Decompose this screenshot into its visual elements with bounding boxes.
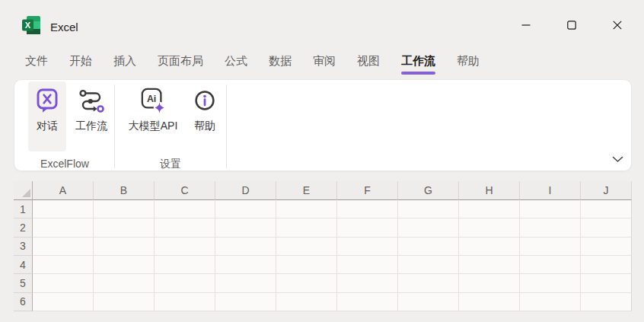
row-header-3[interactable]: 3 [14,238,33,256]
column-header-E[interactable]: E [276,181,337,200]
cell-J1[interactable] [581,200,632,218]
row-header-6[interactable]: 6 [14,293,33,311]
ribbon-button-duihua[interactable]: 对话 [28,81,66,151]
cell-J6[interactable] [581,293,632,311]
cell-D6[interactable] [215,293,276,311]
cell-B5[interactable] [94,274,155,292]
tab-页面布局[interactable]: 页面布局 [158,53,203,75]
maximize-icon [567,21,576,30]
cell-F4[interactable] [337,256,398,274]
cell-I4[interactable] [520,256,581,274]
cell-G5[interactable] [398,274,459,292]
cell-I2[interactable] [520,218,581,237]
cell-B1[interactable] [94,200,155,218]
cell-A3[interactable] [33,238,94,256]
cell-I5[interactable] [520,274,581,292]
tab-工作流[interactable]: 工作流 [401,53,435,75]
column-header-F[interactable]: F [337,181,398,200]
cell-C2[interactable] [155,218,215,237]
maximize-button[interactable] [553,11,590,39]
tab-视图[interactable]: 视图 [357,53,380,75]
ribbon-button-label: 对话 [37,118,58,133]
column-header-H[interactable]: H [459,181,520,200]
ai-sparkle-icon: Ai [140,86,166,115]
row-header-4[interactable]: 4 [14,256,33,274]
cell-A6[interactable] [33,293,94,311]
cell-E4[interactable] [276,256,337,274]
cell-I3[interactable] [520,238,581,256]
cell-J2[interactable] [581,218,632,237]
cell-C4[interactable] [155,256,215,274]
cell-A4[interactable] [33,256,94,274]
column-header-G[interactable]: G [398,181,459,200]
cell-F5[interactable] [337,274,398,292]
cell-J5[interactable] [581,274,632,292]
cell-G3[interactable] [398,238,459,256]
cell-H3[interactable] [459,238,520,256]
ribbon-button-gongzuoliu[interactable]: 工作流 [69,81,113,151]
cell-F2[interactable] [337,218,398,237]
cell-E2[interactable] [276,218,337,237]
cell-E6[interactable] [276,293,337,311]
cell-F6[interactable] [337,293,398,311]
cell-H5[interactable] [459,274,520,292]
cell-B6[interactable] [94,293,155,311]
select-all-corner[interactable] [14,181,33,200]
cell-C5[interactable] [155,274,215,292]
cell-J3[interactable] [581,238,632,256]
tab-审阅[interactable]: 审阅 [313,53,336,75]
ribbon-button-bangzhu[interactable]: 帮助 [187,81,222,151]
cell-B3[interactable] [94,238,155,256]
cell-H1[interactable] [459,200,520,218]
cell-I1[interactable] [520,200,581,218]
column-header-B[interactable]: B [94,181,155,200]
column-header-J[interactable]: J [581,181,632,200]
cell-G2[interactable] [398,218,459,237]
row-header-5[interactable]: 5 [14,274,33,292]
tab-文件[interactable]: 文件 [25,53,48,75]
ribbon-button-damoxing-api[interactable]: Ai 大模型API [120,81,186,151]
cell-D3[interactable] [215,238,276,256]
cell-B4[interactable] [94,256,155,274]
chevron-down-icon [612,156,623,163]
row-header-2[interactable]: 2 [14,218,33,237]
cell-H6[interactable] [459,293,520,311]
column-header-A[interactable]: A [33,181,94,200]
tab-帮助[interactable]: 帮助 [457,53,480,75]
tab-插入[interactable]: 插入 [113,53,136,75]
cell-D4[interactable] [215,256,276,274]
cell-F3[interactable] [337,238,398,256]
cell-C1[interactable] [155,200,215,218]
cell-E1[interactable] [276,200,337,218]
svg-text:X: X [25,21,31,30]
cell-I6[interactable] [520,293,581,311]
cell-A5[interactable] [33,274,94,292]
cell-E3[interactable] [276,238,337,256]
cell-H2[interactable] [459,218,520,237]
cell-J4[interactable] [581,256,632,274]
tab-数据[interactable]: 数据 [269,53,292,75]
column-header-D[interactable]: D [215,181,276,200]
column-header-C[interactable]: C [155,181,215,200]
row-header-1[interactable]: 1 [14,200,33,218]
cell-D2[interactable] [215,218,276,237]
cell-C6[interactable] [155,293,215,311]
ribbon-collapse-button[interactable] [607,150,628,168]
cell-G1[interactable] [398,200,459,218]
column-header-I[interactable]: I [520,181,581,200]
cell-D1[interactable] [215,200,276,218]
cell-D5[interactable] [215,274,276,292]
cell-E5[interactable] [276,274,337,292]
tab-公式[interactable]: 公式 [225,53,247,75]
cell-A1[interactable] [33,200,94,218]
cell-G4[interactable] [398,256,459,274]
cell-H4[interactable] [459,256,520,274]
close-button[interactable] [599,11,636,39]
cell-C3[interactable] [155,238,215,256]
tab-开始[interactable]: 开始 [69,53,92,75]
cell-G6[interactable] [398,293,459,311]
cell-B2[interactable] [94,218,155,237]
cell-F1[interactable] [337,200,398,218]
cell-A2[interactable] [33,218,94,237]
minimize-button[interactable] [508,11,544,39]
